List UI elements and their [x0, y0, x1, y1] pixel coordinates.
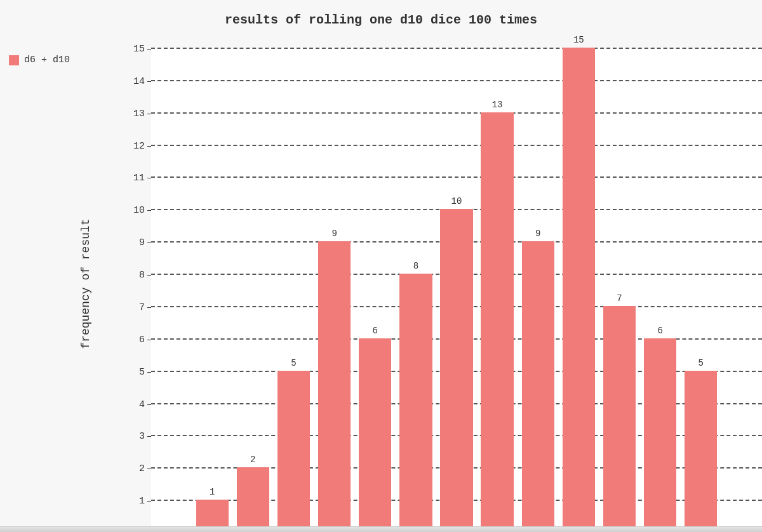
- y-axis-label: frequency of result: [79, 218, 92, 349]
- bar-value-label: 2: [250, 455, 255, 465]
- y-tick-label: 5: [139, 366, 145, 377]
- bar-value-label: 6: [373, 326, 378, 336]
- bar-value-label: 15: [573, 35, 584, 45]
- y-tick-label: 4: [139, 399, 145, 409]
- legend: d6 + d10: [9, 55, 70, 65]
- bottom-scroll-strip: [0, 526, 762, 532]
- bar: 6: [644, 338, 676, 532]
- y-tick-label: 7: [139, 302, 145, 312]
- bar-value-label: 5: [291, 358, 296, 368]
- y-tick-label: 2: [139, 463, 145, 474]
- bar-value-label: 10: [451, 196, 462, 206]
- y-tick-label: 3: [139, 431, 145, 442]
- bar: 9: [522, 241, 554, 532]
- bar: 9: [318, 241, 351, 532]
- bar: 2: [237, 467, 269, 532]
- bar: 10: [440, 209, 472, 532]
- bar: 13: [481, 112, 513, 532]
- bar: 5: [277, 371, 310, 532]
- chart-frame: frequency of result 01234567891011121314…: [89, 35, 762, 532]
- plot-area: 0123456789101112131415 1259681013915765: [151, 48, 762, 532]
- bar-value-label: 13: [492, 100, 503, 110]
- bar-value-label: 5: [698, 358, 704, 368]
- legend-swatch: [9, 55, 19, 65]
- legend-label: d6 + d10: [24, 55, 70, 65]
- y-tick-label: 13: [133, 108, 145, 119]
- bars: 1259681013915765: [151, 48, 762, 532]
- y-tick-label: 15: [133, 44, 145, 55]
- bar: 6: [359, 338, 391, 532]
- bar: 7: [603, 306, 636, 532]
- y-tick-label: 11: [133, 173, 145, 183]
- bar: 8: [399, 274, 432, 532]
- y-tick-label: 6: [139, 334, 145, 345]
- y-tick-label: 12: [133, 140, 145, 151]
- bar: 15: [563, 48, 595, 532]
- bar-value-label: 9: [535, 229, 540, 239]
- bar-value-label: 8: [413, 261, 418, 271]
- y-tick-label: 8: [139, 270, 145, 281]
- y-tick-label: 9: [139, 237, 145, 248]
- bar-value-label: 6: [657, 326, 662, 336]
- y-tick-label: 1: [139, 496, 145, 507]
- bar-value-label: 1: [210, 487, 215, 497]
- y-tick-label: 10: [133, 205, 145, 216]
- bar: 5: [685, 371, 717, 532]
- bar-value-label: 9: [331, 229, 337, 239]
- bar-value-label: 7: [617, 293, 622, 303]
- y-tick-label: 14: [133, 76, 145, 86]
- chart-title: results of rolling one d10 dice 100 time…: [0, 13, 762, 27]
